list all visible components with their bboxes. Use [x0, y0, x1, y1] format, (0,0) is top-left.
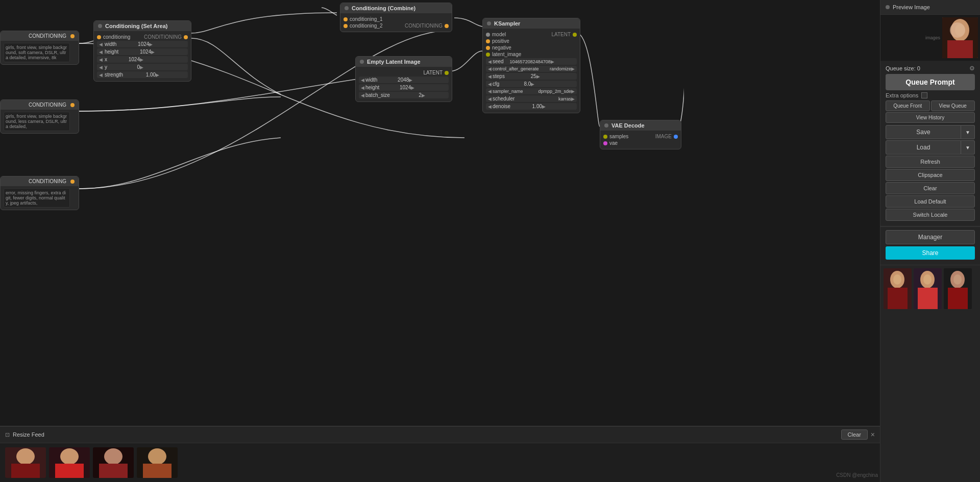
height-field[interactable]: ◀ height ▶: [97, 48, 188, 55]
cfg-field[interactable]: ◀ cfg ▶: [486, 81, 577, 87]
strip-image-1[interactable]: [884, 268, 912, 309]
bottom-feed: ⊡ Resize Feed Clear ×: [0, 426, 880, 482]
denoise-field[interactable]: ◀ denoise ▶: [486, 103, 577, 110]
preview-dot: [886, 5, 890, 9]
cond-node-1-text: girls, front view, simple background, so…: [4, 43, 70, 62]
load-button[interactable]: Load: [886, 140, 961, 155]
feed-actions: Clear ×: [841, 429, 875, 440]
svg-rect-29: [143, 464, 172, 478]
strip-image-2[interactable]: [914, 268, 942, 309]
conditioning-node-3: CONDITIONING error, missing fingers, ext…: [0, 176, 79, 210]
svg-point-13: [923, 274, 932, 285]
width-field[interactable]: ◀ width ▶: [97, 41, 188, 47]
queue-prompt-button[interactable]: Queue Prompt: [886, 74, 975, 90]
cond-node-1-header: CONDITIONING: [1, 31, 79, 41]
conditioning-combine-header: Conditioning (Combine): [340, 3, 452, 13]
extra-options-row: Extra options: [886, 92, 975, 98]
load-row: Load ▼: [886, 140, 975, 155]
queue-size-text: Queue size: 0: [886, 65, 920, 71]
ksampler-node: KSampler model LATENT positive negative …: [482, 18, 580, 113]
save-row: Save ▼: [886, 125, 975, 139]
load-default-button[interactable]: Load Default: [886, 195, 975, 208]
svg-point-3: [951, 19, 969, 41]
conditioning-combine-body: conditioning_1 conditioning_2 CONDITIONI…: [340, 13, 452, 32]
cond-node-2-header: CONDITIONING: [1, 100, 79, 110]
feed-thumb-1[interactable]: [5, 447, 46, 478]
save-dropdown-button[interactable]: ▼: [961, 125, 975, 139]
empty-latent-header: Empty Latent Image: [356, 57, 452, 67]
preview-image-header: Preview Image: [880, 0, 980, 15]
queue-front-button[interactable]: Queue Front: [886, 100, 930, 111]
cond-node-3-text: error, missing fingers, extra digit, few…: [4, 188, 70, 208]
watermark: CSDN @engchina: [836, 472, 878, 478]
save-button[interactable]: Save: [886, 125, 961, 139]
gear-icon[interactable]: ⚙: [969, 65, 975, 72]
batch-size-field[interactable]: ◀ batch_size ▶: [359, 92, 449, 98]
feed-thumb-2[interactable]: [49, 447, 90, 478]
conditioning-input-row: conditioning CONDITIONING: [97, 34, 188, 40]
images-label: images: [925, 35, 940, 40]
view-history-button[interactable]: View History: [886, 112, 975, 123]
feed-images: [0, 443, 880, 482]
vae-decode-header: VAE Decode: [600, 120, 681, 131]
clear-button[interactable]: Clear: [886, 182, 975, 194]
feed-close-button[interactable]: ×: [871, 430, 875, 439]
feed-thumb-3[interactable]: [93, 447, 134, 478]
ksampler-header: KSampler: [483, 18, 580, 29]
share-button[interactable]: Share: [886, 246, 975, 260]
preview-thumb: [942, 17, 978, 58]
canvas-area: CONDITIONING girls, front view, simple b…: [0, 0, 684, 342]
y-field[interactable]: ◀ y ▶: [97, 64, 188, 70]
svg-point-9: [893, 274, 901, 285]
svg-rect-20: [11, 464, 40, 478]
right-panel: Preview Image images Queue size: 0 ⚙ Que…: [880, 0, 980, 482]
conditioning-node-1: CONDITIONING girls, front view, simple b…: [0, 31, 79, 65]
switch-locale-button[interactable]: Switch Locale: [886, 209, 975, 221]
cond-node-3-body: error, missing fingers, extra digit, few…: [1, 186, 79, 210]
conditioning-set-area-header: Conditioning (Set Area): [94, 21, 191, 31]
svg-point-28: [148, 448, 166, 465]
preview-image-container[interactable]: images: [880, 15, 980, 61]
svg-point-17: [953, 274, 962, 285]
view-queue-button[interactable]: View Queue: [931, 100, 975, 111]
latent-width-field[interactable]: ◀ width ▶: [359, 77, 449, 83]
scheduler-field[interactable]: ◀ scheduler karras ▶: [486, 95, 577, 102]
feed-clear-button[interactable]: Clear: [841, 429, 868, 440]
svg-point-19: [16, 448, 35, 465]
strength-field[interactable]: ◀ strength ▶: [97, 71, 188, 78]
strip-image-3[interactable]: [944, 268, 972, 309]
feed-title-text: Resize Feed: [13, 432, 44, 438]
queue-section: Queue size: 0 ⚙ Queue Prompt Extra optio…: [880, 61, 980, 226]
svg-point-22: [60, 448, 79, 465]
load-dropdown-button[interactable]: ▼: [961, 140, 975, 155]
extra-options-label: Extra options: [886, 92, 918, 98]
queue-front-view-queue-row: Queue Front View Queue: [886, 100, 975, 111]
extra-options-checkbox[interactable]: [921, 92, 927, 98]
image-strip: [880, 265, 980, 312]
manager-button[interactable]: Manager: [886, 230, 975, 244]
refresh-button[interactable]: Refresh: [886, 156, 975, 168]
svg-rect-12: [918, 288, 938, 309]
feed-header: ⊡ Resize Feed Clear ×: [0, 426, 880, 443]
sampler-name-field[interactable]: ◀ sampler_name dpmpp_2m_sde ▶: [486, 88, 577, 94]
cond-node-2-body: girls, front view, simple background, le…: [1, 110, 79, 133]
latent-height-field[interactable]: ◀ height ▶: [359, 84, 449, 91]
vae-decode-node: VAE Decode samples IMAGE vae: [600, 120, 681, 149]
control-after-generate-field[interactable]: ◀ control_after_generate randomize ▶: [486, 66, 577, 72]
svg-rect-4: [947, 40, 973, 58]
cond-node-3-header: CONDITIONING: [1, 176, 79, 186]
svg-point-5: [955, 24, 965, 36]
svg-point-25: [104, 448, 122, 465]
steps-field[interactable]: ◀ steps ▶: [486, 73, 577, 80]
clipspace-button[interactable]: Clipspace: [886, 169, 975, 181]
feed-title-area: ⊡ Resize Feed: [5, 432, 44, 438]
seed-field[interactable]: ◀ seed ▶: [486, 58, 577, 65]
feed-thumb-4[interactable]: [137, 447, 178, 478]
x-field[interactable]: ◀ x ▶: [97, 56, 188, 63]
svg-rect-16: [948, 288, 968, 309]
conditioning-set-area-body: conditioning CONDITIONING ◀ width ▶ ◀ he…: [94, 31, 191, 81]
manager-section: Manager Share: [880, 226, 980, 265]
conditioning-node-2: CONDITIONING girls, front view, simple b…: [0, 99, 79, 134]
svg-rect-23: [55, 464, 84, 478]
preview-image-title: Preview Image: [893, 4, 930, 10]
